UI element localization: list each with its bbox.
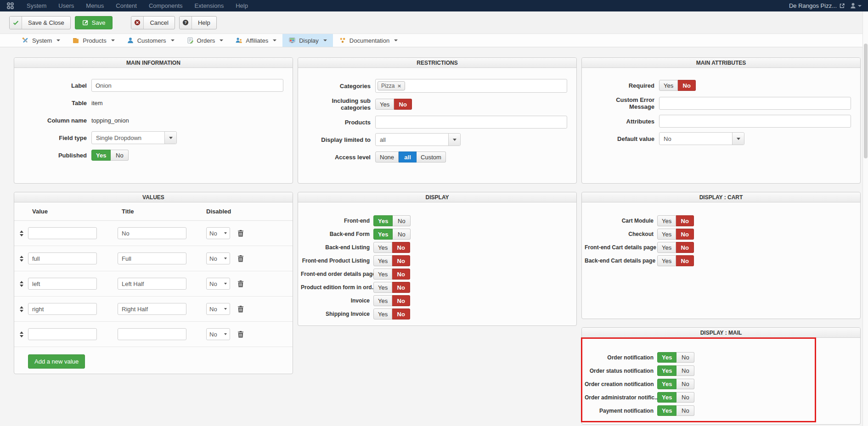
drag-handle[interactable] — [19, 306, 28, 312]
no-button[interactable]: No — [393, 215, 411, 226]
no-button[interactable]: No — [392, 308, 410, 320]
yes-button[interactable]: Yes — [657, 405, 676, 416]
scrollbar-thumb[interactable] — [864, 44, 868, 158]
title-input[interactable] — [118, 252, 186, 264]
no-button[interactable]: No — [111, 150, 129, 161]
menu-components[interactable]: Components — [143, 0, 189, 11]
yes-button[interactable]: Yes — [657, 242, 676, 253]
no-button[interactable]: No — [676, 352, 694, 363]
no-button[interactable]: No — [392, 255, 410, 266]
value-input[interactable] — [28, 227, 97, 239]
access-all-button[interactable]: all — [399, 151, 417, 163]
no-button[interactable]: No — [676, 405, 694, 416]
trash-icon[interactable] — [237, 306, 244, 313]
yes-button[interactable]: Yes — [373, 215, 393, 226]
tab-display[interactable]: Display — [282, 34, 333, 47]
disabled-select[interactable]: No — [206, 227, 230, 239]
help-button[interactable]: ? Help — [179, 16, 217, 29]
no-button[interactable]: No — [676, 242, 694, 253]
trash-icon[interactable] — [237, 280, 244, 287]
access-none-button[interactable]: None — [375, 151, 399, 163]
disabled-select[interactable]: No — [206, 252, 230, 264]
no-button[interactable]: No — [394, 99, 412, 110]
field-type-select[interactable]: Single Dropdown — [91, 131, 177, 144]
yes-button[interactable]: Yes — [373, 308, 392, 320]
trash-icon[interactable] — [237, 255, 244, 262]
yes-button[interactable]: Yes — [657, 365, 676, 376]
trash-icon[interactable] — [237, 331, 244, 338]
tab-documentation[interactable]: Documentation — [333, 34, 404, 47]
value-input[interactable] — [28, 278, 97, 290]
menu-menus[interactable]: Menus — [80, 0, 110, 11]
categories-input[interactable]: Pizza ✕ — [375, 79, 567, 93]
yes-button[interactable]: Yes — [659, 80, 678, 91]
chevron-down-icon[interactable] — [732, 133, 744, 145]
yes-button[interactable]: Yes — [657, 379, 676, 389]
value-input[interactable] — [28, 252, 97, 264]
no-button[interactable]: No — [676, 365, 694, 376]
no-button[interactable]: No — [676, 229, 694, 240]
no-button[interactable]: No — [676, 379, 694, 389]
no-button[interactable]: No — [392, 295, 410, 306]
yes-button[interactable]: Yes — [373, 242, 392, 253]
title-input[interactable] — [118, 328, 186, 340]
save-close-button[interactable]: Save & Close — [9, 16, 71, 29]
tab-system[interactable]: System — [16, 34, 66, 47]
joomla-logo-icon[interactable] — [6, 2, 14, 10]
no-button[interactable]: No — [393, 229, 411, 240]
value-input[interactable] — [28, 303, 97, 315]
yes-button[interactable]: Yes — [373, 295, 392, 306]
yes-button[interactable]: Yes — [657, 352, 676, 363]
menu-content[interactable]: Content — [110, 0, 143, 11]
menu-help[interactable]: Help — [230, 0, 254, 11]
default-value-select[interactable]: No — [659, 132, 744, 145]
save-button[interactable]: Save — [75, 16, 113, 29]
yes-button[interactable]: Yes — [657, 215, 676, 226]
tab-customers[interactable]: Customers — [121, 34, 180, 47]
display-limited-select[interactable]: all — [375, 133, 461, 146]
no-button[interactable]: No — [392, 269, 410, 280]
products-input[interactable] — [375, 116, 567, 129]
drag-handle[interactable] — [19, 230, 28, 236]
yes-button[interactable]: Yes — [373, 269, 392, 280]
trash-icon[interactable] — [237, 230, 244, 237]
site-preview-link[interactable]: De Rangos Pizz... — [789, 2, 845, 9]
menu-users[interactable]: Users — [52, 0, 80, 11]
chevron-down-icon[interactable] — [164, 132, 176, 144]
chevron-down-icon[interactable] — [448, 134, 460, 146]
add-value-button[interactable]: Add a new value — [28, 354, 85, 369]
disabled-select[interactable]: No — [206, 303, 230, 315]
yes-button[interactable]: Yes — [373, 255, 392, 266]
access-custom-button[interactable]: Custom — [417, 151, 446, 163]
drag-handle[interactable] — [19, 281, 28, 287]
menu-system[interactable]: System — [21, 0, 52, 11]
remove-tag-icon[interactable]: ✕ — [397, 84, 401, 89]
disabled-select[interactable]: No — [206, 328, 230, 340]
yes-button[interactable]: Yes — [373, 229, 393, 240]
no-button[interactable]: No — [678, 80, 696, 91]
tab-affiliates[interactable]: Affiliates — [229, 34, 282, 47]
title-input[interactable] — [118, 303, 186, 315]
drag-handle[interactable] — [19, 331, 28, 337]
no-button[interactable]: No — [676, 255, 694, 266]
no-button[interactable]: No — [392, 242, 410, 253]
yes-button[interactable]: Yes — [91, 150, 111, 161]
value-input[interactable] — [28, 328, 97, 340]
menu-extensions[interactable]: Extensions — [189, 0, 230, 11]
attributes-input[interactable] — [659, 115, 851, 128]
drag-handle[interactable] — [19, 256, 28, 262]
tab-orders[interactable]: Orders — [180, 34, 230, 47]
yes-button[interactable]: Yes — [373, 282, 392, 293]
no-button[interactable]: No — [392, 282, 410, 293]
yes-button[interactable]: Yes — [375, 99, 394, 110]
no-button[interactable]: No — [676, 392, 694, 403]
no-button[interactable]: No — [676, 215, 694, 226]
yes-button[interactable]: Yes — [657, 392, 676, 403]
title-input[interactable] — [118, 227, 186, 239]
user-menu[interactable] — [850, 2, 862, 9]
yes-button[interactable]: Yes — [657, 255, 676, 266]
disabled-select[interactable]: No — [206, 278, 230, 290]
scrollbar-track[interactable] — [862, 11, 868, 426]
custom-error-input[interactable] — [659, 97, 851, 110]
tab-products[interactable]: Products — [66, 34, 120, 47]
